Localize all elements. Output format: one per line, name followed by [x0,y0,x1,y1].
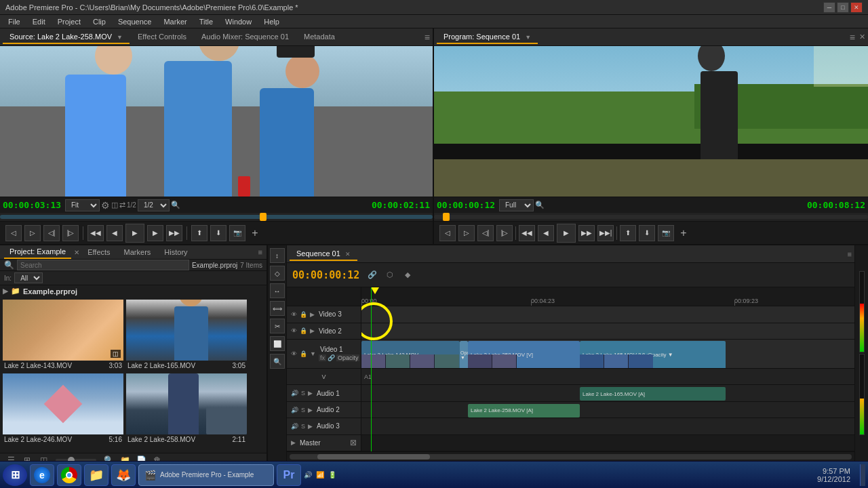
menu-project[interactable]: Project [52,16,86,27]
audio2-mute-icon[interactable]: 🔊 [291,407,298,413]
video3-eye-icon[interactable]: 👁 [291,311,297,318]
program-timecode-right[interactable]: 00:00:08:12 [804,200,865,210]
list-item[interactable]: ◫ Lake 2 Lake-143.MOV 3:03 [3,300,123,371]
program-panel-settings-icon[interactable]: ≡ [850,32,855,43]
video2-eye-icon[interactable]: 👁 [291,327,297,334]
menu-edit[interactable]: Edit [27,16,51,27]
track-row-video2[interactable] [361,323,854,340]
program-to-out-btn[interactable]: ⬆ [620,225,636,241]
video2-lock-icon[interactable]: 🔒 [300,327,307,334]
source-forward-btn[interactable]: ▶ [147,225,163,241]
tool-razor[interactable]: ✂ [270,319,285,333]
taskbar-clock[interactable]: 9:57 PM 9/12/2012 [817,467,856,483]
program-step-back-btn[interactable]: ◀◀ [519,225,535,241]
video2-expand-icon[interactable]: ▶ [310,327,315,334]
timeline-linked-btn[interactable]: ⬡ [382,268,397,283]
tool-zoom[interactable]: 🔍 [270,354,285,369]
menu-clip[interactable]: Clip [87,16,111,27]
audio1-solo-icon[interactable]: S [301,390,305,396]
clip-block[interactable]: Lake 2 Lake-143.MOV [361,341,460,369]
timeline-timecode[interactable]: 00:00:00:12 [292,269,359,281]
source-camera-btn[interactable]: 📷 [229,225,245,241]
tool-rolling[interactable]: ↔ [270,283,285,298]
source-step-back-btn[interactable]: ◀◀ [87,225,104,241]
menu-title[interactable]: Title [194,16,218,27]
close-button[interactable]: ✕ [850,2,863,13]
timeline-panel-menu-icon[interactable]: ≡ [848,250,852,258]
audio1-expand-icon[interactable]: ▶ [308,390,313,396]
menu-marker[interactable]: Marker [158,16,192,27]
timeline-ruler[interactable]: 00:00 00:04:23 00:09:23 [361,287,854,306]
source-mark-in-btn[interactable]: ◁ [5,225,22,241]
menu-help[interactable]: Help [258,16,285,27]
tool-slip[interactable]: ⬜ [270,336,285,351]
project-panel-menu-icon[interactable]: ≡ [258,248,262,256]
tab-effects[interactable]: Effects [82,246,115,258]
show-desktop-btn[interactable] [860,464,865,486]
video3-expand-icon[interactable]: ▶ [310,311,315,318]
program-panel-close-icon[interactable]: ✕ [859,33,865,41]
audio-clip-block[interactable]: Lake 2 Lake-258.MOV [A] [468,404,580,418]
track-row-audio3[interactable] [361,418,854,434]
clip-block[interactable]: Lake 2 Lake-165.MOV [V] :Opacity ▼ [580,341,726,369]
program-back-btn[interactable]: ◀ [538,225,554,241]
tab-history[interactable]: History [159,246,193,258]
program-zoom-icon[interactable]: 🔍 [535,201,545,209]
menu-file[interactable]: File [3,16,26,27]
video1-lock-icon[interactable]: 🔒 [300,350,307,357]
maximize-button[interactable]: □ [837,2,849,13]
program-play-btn[interactable]: ▶ [557,224,576,243]
in-select[interactable]: All [14,272,43,283]
tab-program[interactable]: Program: Sequence 01 ▼ [437,30,538,44]
source-mark-out-btn[interactable]: ▷ [24,225,41,241]
tab-sequence[interactable]: Sequence 01 ✕ [290,247,357,261]
video1-link-icon[interactable]: 🔗 [328,354,335,361]
tab-metadata[interactable]: Metadata [297,30,342,44]
source-back-btn[interactable]: ◀ [106,225,123,241]
scrollbar-track[interactable] [290,454,852,460]
source-markers-icon[interactable]: ◫ [111,201,118,209]
source-lift-btn[interactable]: ⬆ [191,225,208,241]
video1-eye-icon[interactable]: 👁 [291,350,297,357]
track-row-audio1[interactable]: Lake 2 Lake-165.MOV [A] [361,385,854,401]
program-from-in-btn[interactable]: ⬇ [639,225,655,241]
program-extract-btn[interactable]: |▷ [496,225,513,241]
audio2-expand-icon[interactable]: ▶ [308,407,313,413]
list-item[interactable]: Lake 2 Lake-258.MOV 2:11 [126,373,247,445]
timeline-markers-btn[interactable]: ◆ [400,268,415,283]
track-row-video1[interactable]: Lake 2 Lake-143.MOV Opacity ▼ [361,340,854,369]
tool-rate-stretch[interactable]: ⟺ [270,301,285,316]
program-step-forward-btn[interactable]: ▶▶| [597,225,614,241]
program-forward-btn[interactable]: ▶▶ [578,225,595,241]
source-insert-btn[interactable]: |▷ [62,225,79,241]
program-mark-out-btn[interactable]: ▷ [458,225,475,241]
video3-lock-icon[interactable]: 🔒 [300,311,307,318]
tab-markers[interactable]: Markers [119,246,157,258]
program-scrubbar[interactable] [434,213,868,221]
timeline-snap-btn[interactable]: 🔗 [365,268,380,283]
tab-project[interactable]: Project: Example [4,245,71,259]
source-step-forward-btn[interactable]: ▶▶ [166,225,182,241]
source-zoom-icon[interactable]: 🔍 [171,201,180,209]
tab-audio-mixer[interactable]: Audio Mixer: Sequence 01 [195,30,296,44]
list-item[interactable]: Lake 2 Lake-246.MOV 5:16 [3,373,123,445]
taskbar-app-pr2[interactable]: Pr [277,464,301,486]
track-row-audio2[interactable]: Lake 2 Lake-258.MOV [A] [361,402,854,418]
source-extract-btn[interactable]: ◁| [43,225,60,241]
taskbar-app-ie[interactable]: e [30,464,54,486]
tab-source[interactable]: Source: Lake 2 Lake-258.MOV ▼ [3,30,130,44]
audio3-solo-icon[interactable]: S [301,423,305,430]
audio-clip-block[interactable]: Lake 2 Lake-165.MOV [A] [580,387,726,401]
master-expand-icon[interactable]: ▶ [291,439,296,446]
source-extract2-btn[interactable]: ⬇ [210,225,226,241]
project-expand-icon[interactable]: ▶ [3,287,8,296]
taskbar-app-explorer[interactable]: 📁 [84,464,108,486]
video1-fx-btn[interactable]: fx [319,354,326,361]
program-timecode-left[interactable]: 00:00:00:12 [437,200,498,210]
audio1-mute-icon[interactable]: 🔊 [291,390,298,396]
track-row-master[interactable] [361,435,854,451]
clip-block-opacity[interactable]: Opacity ▼ [460,341,468,369]
taskbar-app-firefox[interactable]: 🦊 [111,464,136,486]
speaker-icon[interactable]: 🔊 [304,471,312,479]
video1-expand-icon[interactable]: ▼ [310,350,316,357]
